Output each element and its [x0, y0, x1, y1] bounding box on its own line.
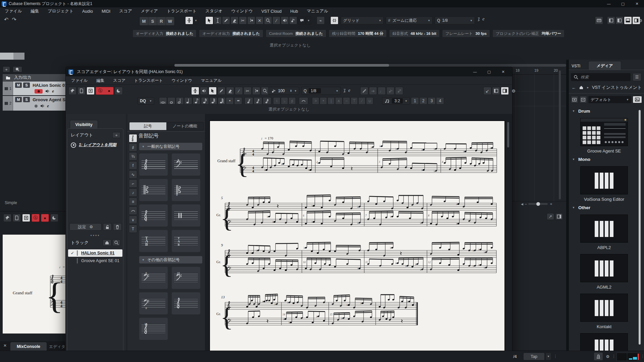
- marcato-button[interactable]: ❘: [327, 97, 335, 105]
- scroll-left-icon[interactable]: ◀: [521, 202, 523, 206]
- score-setup-button[interactable]: ⚙: [509, 87, 518, 95]
- iterative-quantize-icon[interactable]: ⁒: [478, 16, 480, 22]
- insert-tool[interactable]: ∕: [235, 87, 243, 95]
- expand-all-button[interactable]: [571, 96, 578, 103]
- radio-selected-icon[interactable]: [71, 142, 76, 148]
- feedback-speaker-button[interactable]: [200, 87, 208, 95]
- add-track-button[interactable]: ＋: [3, 66, 10, 72]
- tuplet-select[interactable]: 3:2 ▼: [382, 97, 410, 105]
- tie-button[interactable]: [299, 97, 308, 105]
- menu-media[interactable]: メディア: [141, 8, 158, 14]
- clef-bass-8va-button[interactable]: 8: [139, 267, 168, 289]
- mute-tool[interactable]: ✕: [256, 16, 264, 24]
- solo-editor-button[interactable]: Ⓢ: [32, 214, 40, 222]
- vertical-scrollbar[interactable]: [559, 70, 561, 199]
- menu-hub[interactable]: Hub: [290, 9, 298, 14]
- performance-meter[interactable]: [616, 353, 640, 361]
- note-half-button[interactable]: [176, 97, 184, 105]
- open-in-window-button[interactable]: ↗: [547, 213, 554, 220]
- track1-monitor[interactable]: [45, 88, 50, 94]
- slash-button[interactable]: ∕: [358, 97, 366, 105]
- layers-category-button[interactable]: ≡: [129, 197, 137, 206]
- clef-treble-15-button[interactable]: 15: [139, 318, 168, 340]
- erase-tool[interactable]: [226, 87, 234, 95]
- quantize-panel-icon[interactable]: e: [482, 16, 484, 22]
- zoom-grid-select[interactable]: # ズームに適応▼: [386, 16, 433, 24]
- dq-select[interactable]: DQ ▼: [138, 97, 154, 105]
- voice-3-button[interactable]: 3: [428, 97, 436, 105]
- draw-tool[interactable]: [217, 87, 225, 95]
- fermata-button[interactable]: ∪: [366, 97, 373, 105]
- voice-2-button[interactable]: 2: [419, 97, 427, 105]
- tempo-menu-dots[interactable]: ⋮: [553, 354, 557, 359]
- lowerzone-score-preview[interactable]: {Grand staff4444♩=: [3, 235, 66, 334]
- track-filter-icon[interactable]: [103, 239, 111, 246]
- symbols-section-header[interactable]: ▼その他の音部記号: [139, 256, 202, 263]
- score-vertical-scrollbar[interactable]: [507, 122, 509, 147]
- score-menu-score[interactable]: スコア: [113, 78, 125, 83]
- note-quarter-button[interactable]: [184, 97, 192, 105]
- io-channel-row[interactable]: 入力/出力: [3, 74, 66, 81]
- score-menu-edit[interactable]: 編集: [96, 78, 104, 83]
- zoom-in-icon[interactable]: ＋: [549, 201, 553, 207]
- track-search-icon[interactable]: [112, 239, 120, 246]
- menu-transport[interactable]: トランスポート: [167, 8, 197, 14]
- grace-32nd-button[interactable]: [263, 97, 271, 105]
- home-icon[interactable]: [579, 85, 584, 90]
- slur-category-button[interactable]: [129, 206, 137, 215]
- menu-studio[interactable]: スタジオ: [205, 8, 222, 14]
- media-item-thumb[interactable]: [580, 333, 628, 351]
- clef-percussion-button[interactable]: [172, 204, 200, 227]
- move-insert-icon[interactable]: ♩: [378, 87, 386, 95]
- left-zone-toggle[interactable]: [607, 16, 615, 24]
- media-item-thumb[interactable]: [580, 254, 628, 282]
- autoscroll-button[interactable]: [185, 16, 193, 24]
- back-arrow-icon[interactable]: ←: [572, 85, 576, 90]
- close-button[interactable]: ✕: [630, 0, 644, 7]
- menu-vstcloud[interactable]: VST Cloud: [261, 9, 281, 14]
- tab-symbols[interactable]: 記号: [129, 122, 166, 130]
- record-noteon-icon[interactable]: [395, 87, 403, 95]
- click-menu-dots[interactable]: ⋮: [612, 354, 616, 359]
- page-mode-icon[interactable]: [77, 87, 86, 95]
- color-tool[interactable]: [289, 16, 297, 24]
- clef-alto-button[interactable]: [139, 179, 168, 201]
- split-tool[interactable]: ✂: [239, 16, 247, 24]
- event-display[interactable]: 18 19 20: [512, 67, 566, 350]
- staccato-button[interactable]: •: [320, 97, 327, 105]
- clef-bass-dot-button[interactable]: [172, 154, 200, 176]
- erase-tool[interactable]: [230, 16, 238, 24]
- media-section-drum[interactable]: ▼Drum: [569, 107, 639, 115]
- comment-tool[interactable]: [298, 16, 306, 24]
- insert-velocity-field[interactable]: 100 ⬍ ▼: [268, 87, 299, 95]
- solo-all-button[interactable]: S: [149, 17, 157, 25]
- track-preset-button[interactable]: [13, 66, 22, 72]
- note-doublewhole-button[interactable]: [159, 97, 167, 105]
- media-item-thumb[interactable]: [580, 166, 628, 194]
- grace-16th-button[interactable]: [254, 97, 262, 105]
- text-category-button[interactable]: T: [129, 225, 137, 233]
- note-eighth-button[interactable]: [193, 97, 201, 105]
- score-menu-window[interactable]: ウィンドウ: [172, 78, 192, 83]
- ornaments-category-button[interactable]: ∿: [129, 170, 137, 179]
- clef-bass-8vb-button[interactable]: 8: [139, 292, 168, 314]
- solo-button[interactable]: Ⓢ: [96, 88, 105, 94]
- minimize-button[interactable]: —: [602, 0, 616, 7]
- track1-solo[interactable]: S: [23, 82, 30, 88]
- media-item-thumb[interactable]: [580, 215, 628, 243]
- tab-vsti[interactable]: VSTi: [572, 64, 580, 68]
- timesig-category-button[interactable]: ¾: [129, 152, 137, 161]
- zoom-tool[interactable]: [264, 16, 272, 24]
- metronome-button[interactable]: [594, 352, 603, 361]
- layout-settings-button[interactable]: 設定⚙: [69, 223, 102, 231]
- expand-icon[interactable]: [22, 214, 30, 222]
- comment-dropdown[interactable]: ▼: [306, 16, 311, 24]
- dot-button[interactable]: •: [226, 97, 234, 105]
- stress-button[interactable]: ⊤: [351, 97, 358, 105]
- split-tool[interactable]: ✂: [244, 87, 252, 95]
- workspace-blob[interactable]: [0, 53, 13, 60]
- record-button[interactable]: ●: [105, 88, 113, 93]
- editor-setup-button[interactable]: [555, 213, 563, 220]
- menu-window[interactable]: ウィンドウ: [231, 8, 253, 14]
- clef-treble-8va-button[interactable]: 8: [172, 292, 200, 314]
